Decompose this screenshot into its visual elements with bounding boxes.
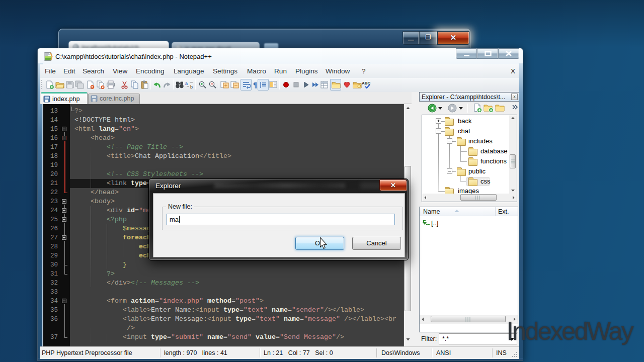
svg-text:¶: ¶ [253, 81, 257, 89]
svg-text:a: a [185, 81, 188, 86]
svg-text:b: b [190, 84, 193, 89]
